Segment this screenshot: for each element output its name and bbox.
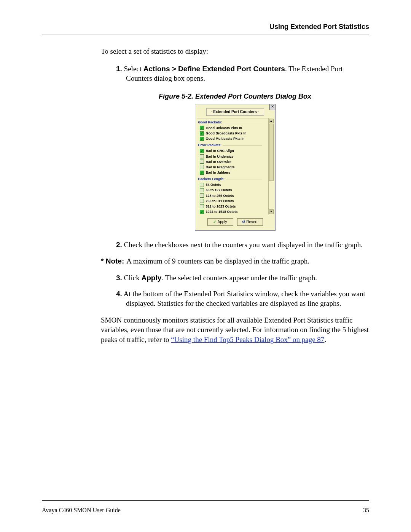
step-number: 1.: [116, 65, 122, 73]
checkbox-icon[interactable]: [200, 149, 204, 153]
extended-port-counters-dialog: ✕ Extended Port Counters Good Packets: G…: [195, 104, 276, 230]
option-row[interactable]: Bad In Oversize: [197, 159, 268, 165]
checkbox-icon[interactable]: [200, 126, 204, 130]
group-packets-length: Packets Length:: [198, 177, 268, 181]
group-good-packets: Good Packets:: [198, 120, 268, 125]
step-list-2: 2. Check the checkboxes next to the coun…: [101, 240, 369, 250]
step-text: Click: [124, 274, 142, 282]
step-1: 1. Select Actions > Define Extended Port…: [116, 64, 369, 83]
footer-doc-title: Avaya C460 SMON User Guide: [42, 507, 121, 514]
option-row[interactable]: 65 to 127 Octets: [197, 187, 268, 193]
step-list-1: 1. Select Actions > Define Extended Port…: [101, 64, 369, 83]
option-label: 512 to 1023 Octets: [206, 204, 236, 209]
step-number: 4.: [116, 290, 122, 298]
dialog-option-list: Good Packets: Good Unicasts Pkts In Good…: [197, 120, 268, 214]
option-label: 256 to 511 Octets: [206, 199, 234, 203]
scroll-down-icon[interactable]: ▼: [269, 209, 274, 214]
step-3: 3. Click Apply. The selected counters ap…: [116, 273, 369, 283]
option-label: 65 to 127 Octets: [206, 188, 232, 192]
option-label: Bad In Undersize: [206, 154, 234, 159]
option-row[interactable]: 256 to 511 Octets: [197, 198, 268, 204]
option-row[interactable]: 64 Octets: [197, 182, 268, 187]
step-number: 2.: [116, 241, 122, 249]
close-icon[interactable]: ✕: [269, 104, 276, 110]
step-number: 3.: [116, 274, 122, 282]
page-header-title: Using Extended Port Statistics: [42, 23, 369, 31]
closing-paragraph: SMON continuously monitors statistics fo…: [101, 315, 369, 345]
scrollbar[interactable]: ▲ ▼: [268, 118, 274, 214]
checkbox-icon[interactable]: [200, 137, 204, 141]
revert-button[interactable]: ↺Revert: [237, 218, 263, 226]
checkbox-icon[interactable]: [200, 165, 204, 169]
option-label: 1024 to 1518 Octets: [206, 209, 238, 214]
option-label: Bad In Oversize: [206, 160, 232, 164]
option-row[interactable]: Bad In Undersize: [197, 154, 268, 159]
footer-page-number: 35: [363, 507, 369, 514]
option-row[interactable]: 128 to 255 Octets: [197, 193, 268, 198]
step-text: Check the checkboxes next to the counter…: [124, 241, 363, 249]
button-name: Apply: [142, 274, 162, 282]
option-row[interactable]: Bad In Fragments: [197, 165, 268, 170]
option-row[interactable]: 1024 to 1518 Octets: [197, 209, 268, 214]
intro-text: To select a set of statistics to display…: [101, 46, 369, 56]
option-label: Good Broadcasts Pkts In: [206, 131, 247, 136]
footer-rule: [42, 500, 369, 501]
page: Using Extended Port Statistics To select…: [0, 0, 411, 532]
checkbox-icon[interactable]: [200, 131, 204, 136]
page-footer: Avaya C460 SMON User Guide 35: [42, 507, 369, 514]
note-text: A maximum of 9 counters can be displayed…: [126, 256, 369, 266]
revert-icon: ↺: [242, 219, 245, 225]
option-row[interactable]: Bad In CRC Align: [197, 148, 268, 153]
group-error-packets: Error Packets:: [198, 143, 268, 147]
note-block: * Note: A maximum of 9 counters can be d…: [101, 256, 369, 266]
scroll-thumb[interactable]: [269, 124, 274, 181]
option-label: Bad In CRC Align: [206, 149, 234, 153]
menu-path: Actions > Define Extended Port Counters: [143, 65, 285, 73]
check-icon: ✓: [213, 219, 216, 225]
header-rule: [42, 35, 369, 35]
step-4: 4. At the bottom of the Extended Port St…: [116, 289, 369, 308]
option-row[interactable]: Good Broadcasts Pkts In: [197, 131, 268, 136]
dialog-title: Extended Port Counters: [206, 108, 264, 116]
apply-button[interactable]: ✓Apply: [207, 218, 233, 226]
checkbox-icon[interactable]: [200, 210, 204, 214]
step-text-post: . The selected counters appear under the…: [161, 274, 317, 282]
xref-link[interactable]: “Using the Find Top5 Peaks Dialog Box” o…: [171, 335, 324, 343]
page-content: To select a set of statistics to display…: [101, 46, 369, 345]
option-label: Good Multicasts Pkts In: [206, 136, 245, 141]
option-label: Good Unicasts Pkts In: [206, 126, 242, 130]
option-label: 128 to 255 Octets: [206, 193, 234, 198]
option-row[interactable]: Bad In Jabbers: [197, 170, 268, 175]
checkbox-icon[interactable]: [200, 193, 204, 198]
step-2: 2. Check the checkboxes next to the coun…: [116, 240, 369, 250]
closing-post: .: [324, 335, 326, 343]
step-text: At the bottom of the Extended Port Stati…: [124, 290, 365, 308]
dialog-button-row: ✓Apply ↺Revert: [197, 218, 274, 226]
option-label: 64 Octets: [206, 182, 221, 187]
checkbox-icon[interactable]: [200, 160, 204, 164]
figure-caption: Figure 5-2. Extended Port Counters Dialo…: [101, 92, 369, 101]
checkbox-icon[interactable]: [200, 188, 204, 192]
checkbox-icon[interactable]: [200, 204, 204, 208]
option-row[interactable]: Good Unicasts Pkts In: [197, 125, 268, 131]
scroll-up-icon[interactable]: ▲: [269, 119, 274, 123]
option-row[interactable]: 512 to 1023 Octets: [197, 204, 268, 209]
option-label: Bad In Fragments: [206, 165, 235, 169]
checkbox-icon[interactable]: [200, 154, 204, 158]
option-row[interactable]: Good Multicasts Pkts In: [197, 136, 268, 141]
dialog-scroll-area: Good Packets: Good Unicasts Pkts In Good…: [197, 118, 274, 214]
step-text: Select: [124, 65, 143, 73]
checkbox-icon[interactable]: [200, 199, 204, 203]
step-list-3: 3. Click Apply. The selected counters ap…: [101, 273, 369, 308]
checkbox-icon[interactable]: [200, 171, 204, 175]
option-label: Bad In Jabbers: [206, 170, 231, 175]
note-label: * Note:: [101, 256, 124, 266]
checkbox-icon[interactable]: [200, 183, 204, 187]
